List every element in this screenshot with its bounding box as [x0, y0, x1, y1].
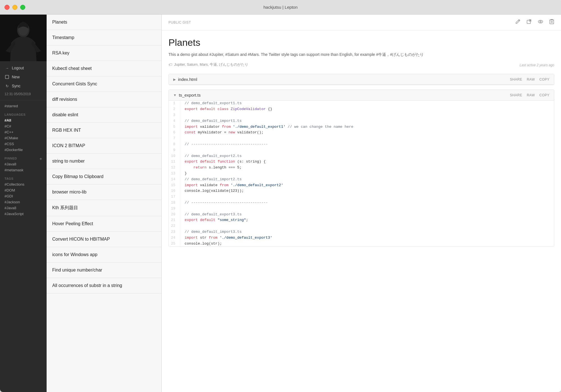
snippet-item-timestamp[interactable]: Timestamp [47, 30, 161, 45]
snippet-item-browser-micro[interactable]: browser micro-lib [47, 184, 161, 200]
copy-button-ts[interactable]: COPY [539, 93, 549, 97]
app-window: hackjutsu | Lepton [0, 0, 561, 392]
snippet-item-icon2bitmap[interactable]: ICON 2 BITMAP [47, 138, 161, 154]
snippet-item-planets[interactable]: Planets [47, 15, 161, 30]
pinned-header: PINNED + [4, 157, 42, 161]
sidebar: → Logout New ↻ Sync 12:31 05/05/2019 [0, 15, 47, 392]
main-content: → Logout New ↻ Sync 12:31 05/05/2019 [0, 15, 561, 392]
tag-jackson[interactable]: #Jackson [4, 199, 42, 205]
svg-rect-3 [5, 75, 9, 79]
code-line-20: 20 // demo_default_export3.ts [169, 212, 554, 218]
tag-java8[interactable]: #Java8 [4, 205, 42, 211]
share-button-ts[interactable]: SHARE [510, 93, 522, 97]
snippet-item-hover-peeling[interactable]: Hover Peeling Effect [47, 216, 161, 232]
snippet-item-convert-hicon[interactable]: Convert HICON to HBITMAP [47, 232, 161, 247]
tag-gdi[interactable]: #GDI [4, 193, 42, 199]
close-button[interactable] [4, 5, 10, 10]
edit-icon[interactable] [515, 19, 521, 26]
lang-tag-css[interactable]: #CSS [4, 141, 42, 147]
share-button-index[interactable]: SHARE [510, 78, 522, 81]
languages-title: LANGUAGES [4, 113, 42, 116]
eye-icon[interactable] [537, 19, 544, 26]
code-line-14: 14 // demo_default_import2.ts [169, 177, 554, 183]
svg-point-6 [540, 21, 541, 22]
snippet-item-all-occurrences[interactable]: All occurrences of substr in a string [47, 278, 161, 293]
new-label: New [12, 75, 20, 79]
logout-label: Logout [12, 66, 24, 70]
snippet-item-kubectl[interactable]: Kubectl cheat sheet [47, 61, 161, 76]
tag-dom[interactable]: #DOM [4, 187, 42, 193]
detail-body: Planets This a demo gist about #Jupiter,… [162, 30, 561, 392]
avatar-image [0, 15, 47, 61]
lang-tag-dockerfile[interactable]: #Dockerfile [4, 147, 42, 153]
code-line-1: 1 // demo_default_export1.ts [169, 101, 554, 106]
snippet-item-rsa[interactable]: RSA key [47, 45, 161, 61]
code-line-12: 12 return s.length === 5; [169, 165, 554, 171]
tags-title: TAGS [4, 177, 42, 180]
copy-button-index[interactable]: COPY [539, 78, 549, 81]
code-line-18: 18 // ----------------------------------… [169, 200, 554, 206]
sidebar-item-sync[interactable]: ↻ Sync [0, 81, 47, 90]
pinned-add-button[interactable]: + [40, 157, 42, 161]
file-name-index-html: index.html [178, 77, 197, 82]
svg-point-5 [538, 20, 543, 23]
code-line-3: 3 [169, 112, 554, 118]
code-table: 1 // demo_default_export1.ts 2 export de… [169, 101, 554, 247]
snippet-item-str2num[interactable]: string to number [47, 154, 161, 169]
file-name-ts-export: ts_export.ts [179, 93, 201, 97]
code-line-24: 24 import str from './demo_default_expor… [169, 235, 554, 241]
snippet-item-diff[interactable]: diff revisions [47, 92, 161, 107]
trash-icon[interactable] [549, 19, 554, 26]
code-line-2: 2 export default class ZipCodeValidator … [169, 106, 554, 112]
snippet-item-rgb[interactable]: RGB HEX INT [47, 123, 161, 138]
sidebar-item-new[interactable]: New [0, 72, 47, 81]
file-section-index-html: ▶ index.html SHARE RAW COPY [168, 74, 554, 85]
lang-tag-cmake[interactable]: #CMake [4, 135, 42, 141]
code-line-25: 25 console.log(str); [169, 241, 554, 247]
maximize-button[interactable] [20, 5, 25, 10]
file-header-left-ts: ▼ ts_export.ts [173, 93, 200, 97]
detail-panel: PUBLIC GIST [162, 15, 561, 392]
tag-collections[interactable]: #Collections [4, 181, 42, 187]
sidebar-starred-section: #starred [0, 100, 47, 110]
code-line-8: 8 // ----------------------------------- [169, 142, 554, 147]
pinned-metamask[interactable]: #metamask [4, 167, 42, 173]
lang-tag-cpp[interactable]: #C++ [4, 129, 42, 135]
code-line-22: 22 [169, 223, 554, 229]
raw-button-index[interactable]: RAW [527, 78, 535, 81]
file-header-index-html[interactable]: ▶ index.html SHARE RAW COPY [169, 74, 554, 85]
starred-tag[interactable]: #starred [4, 103, 42, 109]
tag-javascript[interactable]: #JavaScript [4, 211, 42, 217]
snippet-item-icons-windows[interactable]: icons for Windows app [47, 247, 161, 263]
external-link-icon[interactable] [526, 19, 532, 26]
snippet-item-concurrent[interactable]: Concurrent Gists Sync [47, 76, 161, 92]
chevron-right-icon: ▶ [173, 78, 176, 81]
file-header-ts-export[interactable]: ▼ ts_export.ts SHARE RAW COPY [169, 90, 554, 101]
code-line-21: 21 export default "some_string"; [169, 217, 554, 223]
last-active-label: Last active 2 years ago [520, 63, 554, 67]
traffic-lights [4, 5, 25, 10]
code-line-9: 9 [169, 147, 554, 153]
raw-button-ts[interactable]: RAW [527, 93, 535, 97]
pinned-java8[interactable]: #Java8 [4, 161, 42, 167]
file-header-actions-ts: SHARE RAW COPY [510, 93, 549, 97]
sidebar-scrollable: #starred LANGUAGES #All #C# #C++ #CMake … [0, 100, 47, 392]
window-title: hackjutsu | Lepton [263, 5, 297, 10]
snippet-item-kth[interactable]: Kth 系列题目 [47, 200, 161, 216]
code-line-4: 4 // demo_default_import1.ts [169, 118, 554, 124]
snippet-item-copy-bitmap[interactable]: Copy Bitmap to Clipboard [47, 169, 161, 184]
gist-title: Planets [168, 37, 554, 48]
snippet-list: Planets Timestamp RSA key Kubectl cheat … [47, 15, 162, 392]
snippet-item-find-unique[interactable]: Find unique number/char [47, 263, 161, 278]
pinned-title: PINNED [4, 157, 17, 160]
lang-tag-all[interactable]: #All [4, 117, 42, 123]
sidebar-timestamp: 12:31 05/05/2019 [0, 90, 47, 98]
snippet-item-disable-eslint[interactable]: disable eslint [47, 107, 161, 123]
minimize-button[interactable] [12, 5, 17, 10]
avatar [0, 15, 47, 61]
lang-tag-csharp[interactable]: #C# [4, 123, 42, 129]
sidebar-item-logout[interactable]: → Logout [0, 63, 47, 72]
code-line-15: 15 import validate from './demo_default_… [169, 183, 554, 188]
gist-tags: 🏷 Jupiter, Saturn, Mars, 牛逼, げんじものがたり [168, 62, 248, 67]
code-line-10: 10 // demo_default_export2.ts [169, 153, 554, 159]
